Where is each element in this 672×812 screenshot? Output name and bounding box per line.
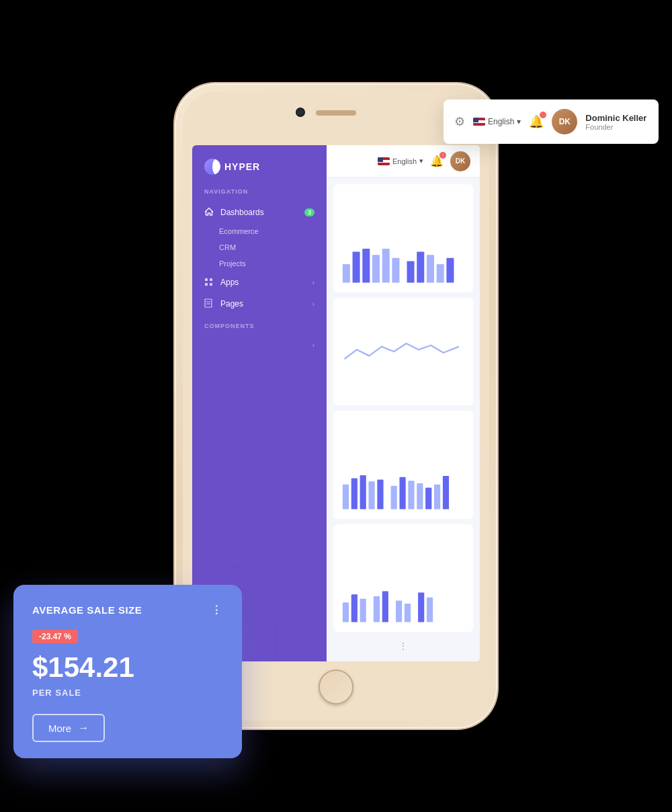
- apps-label: Apps: [220, 278, 239, 287]
- dropdown-language-selector[interactable]: English ▾: [473, 117, 521, 126]
- file-icon: [204, 298, 215, 309]
- phone-screen: HYPER NAVIGATION Dashboards 3: [192, 145, 480, 661]
- more-dots: ⋮: [333, 637, 473, 655]
- dropdown-user-role: Founder: [585, 123, 646, 131]
- phone-camera: [296, 108, 305, 117]
- svg-rect-13: [407, 261, 415, 282]
- svg-rect-11: [382, 249, 390, 283]
- svg-rect-25: [408, 481, 414, 509]
- dropdown-user-avatar: DK: [552, 109, 577, 134]
- svg-rect-9: [362, 249, 370, 283]
- svg-rect-35: [396, 600, 402, 622]
- ecommerce-label: Ecommerce: [219, 227, 259, 235]
- svg-rect-19: [351, 478, 358, 509]
- dropdown-user-name: Dominic Keller: [585, 113, 646, 123]
- chart-card-2: [333, 411, 473, 519]
- pages-label: Pages: [220, 299, 243, 309]
- sale-card-dots-icon[interactable]: ⋮: [211, 604, 223, 616]
- gear-icon[interactable]: ⚙: [454, 114, 465, 129]
- logo-icon: [204, 159, 220, 175]
- dropdown-language-label: English: [488, 117, 514, 126]
- projects-label: Projects: [219, 259, 246, 268]
- dashboard-icon: [204, 207, 215, 218]
- bar-chart-2: [341, 471, 465, 511]
- svg-rect-29: [443, 475, 449, 509]
- svg-rect-23: [391, 485, 397, 509]
- chart-card-1: [333, 184, 473, 292]
- sidebar: HYPER NAVIGATION Dashboards 3: [192, 145, 327, 661]
- phone-home-button: [319, 669, 353, 704]
- dashboards-label: Dashboards: [220, 208, 264, 217]
- svg-rect-4: [205, 299, 212, 307]
- svg-rect-8: [353, 251, 360, 282]
- header: English ▾ 🔔 ! DK: [327, 145, 480, 177]
- sidebar-item-crm[interactable]: CRM: [192, 239, 327, 255]
- apps-chevron-icon: ›: [312, 279, 314, 286]
- sale-more-button[interactable]: More →: [32, 714, 105, 742]
- svg-rect-12: [392, 257, 399, 282]
- dropdown-popup: ⚙ English ▾ 🔔 DK Dominic Keller Founder: [444, 99, 659, 144]
- user-avatar[interactable]: DK: [450, 151, 470, 171]
- sidebar-item-components-expand[interactable]: ›: [192, 336, 327, 354]
- sidebar-logo: HYPER: [192, 159, 327, 188]
- dropdown-flag-icon: [473, 118, 485, 126]
- svg-rect-34: [382, 592, 388, 622]
- svg-rect-15: [427, 255, 434, 282]
- sidebar-item-apps[interactable]: Apps ›: [192, 272, 327, 293]
- phone-speaker: [316, 110, 356, 116]
- svg-rect-2: [205, 283, 208, 286]
- chart-card-3: [333, 524, 473, 633]
- notification-bell[interactable]: 🔔 !: [430, 155, 444, 167]
- svg-rect-21: [368, 481, 374, 509]
- dropdown-bell-badge: [540, 112, 546, 118]
- svg-rect-10: [372, 255, 380, 282]
- sidebar-item-dashboards[interactable]: Dashboards 3: [192, 202, 327, 223]
- svg-rect-31: [351, 594, 358, 622]
- components-label: COMPONENTS: [192, 323, 327, 336]
- svg-rect-26: [417, 483, 423, 509]
- svg-rect-3: [210, 283, 212, 286]
- dropdown-lang-arrow: ▾: [517, 117, 521, 126]
- expand-icon: ›: [312, 341, 314, 349]
- sale-amount: $154.21: [32, 651, 223, 684]
- svg-rect-32: [360, 599, 366, 622]
- grid-icon: [204, 277, 215, 288]
- dropdown-user-info: Dominic Keller Founder: [585, 113, 646, 131]
- dropdown-bell-icon[interactable]: 🔔: [529, 114, 544, 129]
- dashboards-badge: 3: [304, 208, 314, 216]
- line-chart: [341, 333, 465, 370]
- logo-text: HYPER: [224, 161, 260, 172]
- arrow-icon: →: [78, 722, 89, 734]
- sidebar-item-pages[interactable]: Pages ›: [192, 293, 327, 315]
- sale-card-title: AVERAGE SALE SIZE ⋮: [32, 604, 223, 616]
- svg-rect-17: [446, 257, 454, 282]
- svg-rect-33: [374, 596, 380, 622]
- svg-rect-36: [405, 604, 411, 622]
- bar-chart-1: [341, 244, 465, 284]
- svg-rect-28: [434, 484, 440, 509]
- bar-chart-3: [341, 583, 465, 624]
- language-selector[interactable]: English ▾: [378, 157, 423, 165]
- nav-section-label: NAVIGATION: [192, 188, 327, 202]
- sidebar-item-projects[interactable]: Projects: [192, 255, 327, 272]
- svg-rect-14: [417, 251, 424, 282]
- svg-rect-0: [205, 278, 208, 281]
- vertical-dots-icon: ⋮: [398, 641, 409, 651]
- svg-rect-7: [343, 264, 350, 283]
- sidebar-item-ecommerce[interactable]: Ecommerce: [192, 223, 327, 239]
- sale-per-label: PER SALE: [32, 688, 223, 698]
- svg-rect-18: [343, 484, 349, 509]
- sale-card: AVERAGE SALE SIZE ⋮ -23.47 % $154.21 PER…: [13, 585, 242, 758]
- svg-rect-27: [425, 487, 431, 509]
- us-flag-icon: [378, 157, 390, 165]
- components-section: COMPONENTS ›: [192, 323, 327, 354]
- svg-rect-30: [343, 602, 349, 622]
- lang-dropdown-arrow: ▾: [419, 157, 423, 165]
- main-content: English ▾ 🔔 ! DK: [327, 145, 480, 661]
- svg-rect-20: [360, 475, 366, 510]
- svg-rect-24: [399, 477, 405, 509]
- crm-label: CRM: [219, 243, 236, 251]
- svg-rect-1: [210, 278, 212, 281]
- svg-rect-38: [427, 598, 433, 622]
- pages-chevron-icon: ›: [312, 300, 314, 308]
